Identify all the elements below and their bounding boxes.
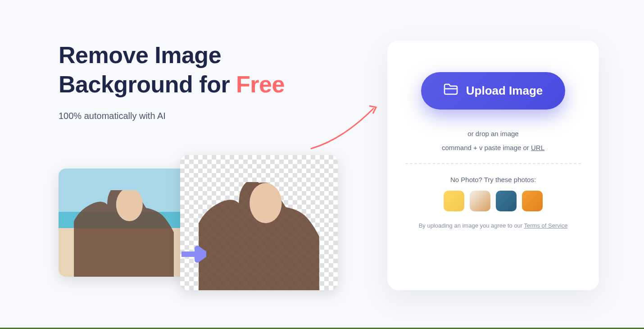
sample-photo-drink[interactable] (470, 191, 490, 211)
sample-photos-row (405, 191, 581, 211)
terms-text: By uploading an image you agree to our T… (405, 222, 581, 229)
curved-arrow-icon (306, 99, 383, 153)
upload-image-button[interactable]: Upload Image (421, 72, 565, 110)
page-headline: Remove Image Background for Free (59, 41, 360, 99)
paste-hint-text: command + v paste image or URL (405, 144, 581, 151)
svg-point-1 (249, 183, 281, 223)
drop-hint-text: or drop an image (405, 130, 581, 137)
arrow-right-icon (179, 243, 206, 265)
divider (405, 163, 581, 164)
sample-photo-car[interactable] (522, 191, 543, 211)
headline-text: Remove Image Background for (59, 42, 236, 97)
original-image-preview (59, 169, 189, 277)
sample-photo-surfboard[interactable] (496, 191, 517, 211)
sample-photo-person[interactable] (444, 191, 464, 211)
image-comparison (59, 155, 360, 290)
try-photos-label: No Photo? Try these photos: (405, 176, 581, 183)
terms-of-service-link[interactable]: Terms of Service (524, 222, 568, 229)
upload-button-label: Upload Image (466, 84, 543, 98)
processed-image-preview (180, 155, 338, 290)
upload-card: Upload Image or drop an image command + … (387, 41, 599, 290)
headline-accent: Free (236, 71, 285, 97)
url-link[interactable]: URL (531, 144, 544, 151)
folder-icon (444, 83, 458, 99)
